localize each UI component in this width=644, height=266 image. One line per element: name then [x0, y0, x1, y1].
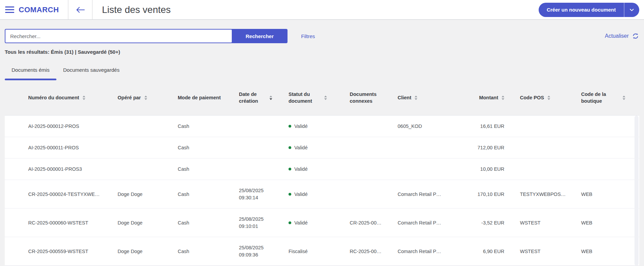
cell-pos-code: TESTYXWEBPOS…: [506, 192, 568, 197]
create-document-dropdown[interactable]: [624, 3, 639, 17]
sort-icon[interactable]: [502, 96, 504, 100]
cell-amount: -3,52 EUR: [462, 220, 506, 226]
cell-client: 0605_KOD: [398, 123, 462, 129]
page-title: Liste des ventes: [102, 4, 171, 15]
cell-pos-code: WSTEST: [506, 220, 568, 226]
table-row[interactable]: RC-2025-000060-WSTEST Doge Doge Cash 25/…: [5, 209, 639, 237]
table-row[interactable]: AI-2025-000011-PROS Cash Validé 712,00 E…: [5, 137, 639, 159]
column-header-status[interactable]: Statut du document: [289, 91, 350, 104]
sort-icon[interactable]: [269, 96, 272, 100]
cell-shop-code: WEB: [568, 249, 639, 254]
cell-client: Comarch Retail P…: [398, 220, 462, 226]
cell-amount: 6,90 EUR: [462, 249, 506, 254]
cell-document-status: Validé: [289, 145, 350, 150]
cell-creation-date: 25/08/202509:09:36: [239, 244, 289, 259]
cell-payment-mode: Cash: [178, 220, 239, 226]
filters-link[interactable]: Filtres: [301, 33, 315, 39]
status-label: Validé: [294, 192, 308, 197]
status-dot: [289, 193, 291, 196]
arrow-left-icon: [75, 5, 86, 14]
cell-document-status: Fiscalisé: [289, 249, 350, 254]
column-header-client[interactable]: Client: [398, 95, 462, 101]
refresh-link[interactable]: Actualiser: [605, 32, 639, 40]
cell-payment-mode: Cash: [178, 249, 239, 254]
status-label: Validé: [294, 123, 308, 129]
cell-creation-date: 25/08/202509:30:14: [239, 187, 289, 201]
cell-shop-code: WEB: [568, 192, 639, 197]
column-header-amount[interactable]: Montant: [462, 95, 506, 101]
column-header-shop[interactable]: Code de la boutique: [568, 91, 639, 104]
cell-payment-mode: Cash: [178, 166, 239, 172]
table-row[interactable]: AI-2025-000001-PROS3 Cash Validé 10,00 E…: [5, 159, 639, 180]
sort-icon[interactable]: [83, 96, 85, 100]
table-row[interactable]: AI-2025-000012-PROS Cash Validé 0605_KOD…: [5, 116, 639, 137]
tab-label: Documents sauvegardés: [63, 67, 120, 73]
cell-document-number: CR-2025-000559-WSTEST: [28, 249, 118, 254]
column-label: Code POS: [520, 95, 544, 101]
column-header-related: Documents connexes: [350, 91, 398, 104]
cell-related-documents: RC-2025-00…: [350, 249, 398, 254]
cell-document-status: Validé: [289, 123, 350, 129]
column-header-date[interactable]: Date de création: [239, 91, 289, 104]
cell-document-number: RC-2025-000060-WSTEST: [28, 220, 118, 226]
column-label: Statut du document: [289, 91, 321, 104]
cell-amount: 712,00 EUR: [462, 145, 506, 150]
search-input[interactable]: [5, 29, 232, 43]
status-dot: [289, 221, 291, 224]
status-label: Validé: [294, 166, 308, 172]
status-dot: [289, 168, 291, 170]
refresh-label: Actualiser: [605, 33, 629, 39]
table-scrollbar[interactable]: [634, 116, 639, 266]
table-row[interactable]: CR-2025-000024-TESTYXWE… Doge Doge Cash …: [5, 180, 639, 209]
create-document-button[interactable]: Créer un nouveau document: [539, 3, 624, 17]
refresh-icon: [632, 32, 639, 40]
table-row[interactable]: CR-2025-000559-WSTEST Doge Doge Cash 25/…: [5, 237, 639, 266]
sort-icon[interactable]: [324, 96, 327, 100]
cell-payment-mode: Cash: [178, 192, 239, 197]
sort-icon[interactable]: [547, 96, 550, 100]
column-header-operator[interactable]: Opéré par: [118, 95, 178, 101]
cell-payment-mode: Cash: [178, 123, 239, 129]
column-label: Client: [398, 95, 411, 101]
hamburger-menu-icon[interactable]: [5, 6, 14, 13]
cell-related-documents: CR-2025-00…: [350, 220, 398, 226]
column-header-payment: Mode de paiement: [178, 95, 239, 101]
cell-operator: Doge Doge: [118, 220, 178, 226]
tab-label: Documents émis: [12, 67, 50, 73]
sort-icon[interactable]: [415, 96, 417, 100]
table-header: Numéro du documentOpéré parMode de paiem…: [5, 80, 639, 115]
cell-document-status: Validé: [289, 166, 350, 172]
sales-table: Numéro du documentOpéré parMode de paiem…: [5, 80, 639, 266]
sort-icon[interactable]: [144, 96, 147, 100]
table-body: AI-2025-000012-PROS Cash Validé 0605_KOD…: [5, 115, 639, 266]
cell-document-number: AI-2025-000012-PROS: [28, 123, 118, 129]
cell-amount: 10,00 EUR: [462, 166, 506, 172]
cell-shop-code: WEB: [568, 220, 639, 226]
column-header-number[interactable]: Numéro du document: [28, 95, 118, 101]
status-label: Fiscalisé: [289, 249, 308, 254]
create-document-button-group: Créer un nouveau document: [539, 3, 639, 17]
cell-pos-code: WSTEST: [506, 249, 568, 254]
cell-document-number: AI-2025-000011-PROS: [28, 145, 118, 150]
column-label: Numéro du document: [28, 95, 79, 101]
tab-documents-sauvegardes[interactable]: Documents sauvegardés: [56, 65, 126, 80]
back-button[interactable]: [68, 0, 92, 19]
top-bar: COMARCH Liste des ventes Créer un nouvea…: [0, 0, 644, 20]
column-label: Code de la boutique: [581, 91, 615, 104]
sort-icon[interactable]: [623, 96, 625, 100]
active-tab-underline: [5, 79, 56, 80]
cell-amount: 16,61 EUR: [462, 123, 506, 129]
cell-amount: 170,10 EUR: [462, 192, 506, 197]
search-toolbar: Rechercher Filtres Actualiser: [5, 29, 639, 43]
chevron-down-icon: [629, 7, 634, 13]
cell-client: Comarch Retail P…: [398, 249, 462, 254]
results-summary: Tous les résultats: Émis (31) | Sauvegar…: [5, 49, 639, 55]
search-button[interactable]: Rechercher: [232, 29, 288, 43]
cell-creation-date: 25/08/202509:10:01: [239, 216, 289, 230]
column-header-pos[interactable]: Code POS: [506, 95, 568, 101]
cell-document-status: Validé: [289, 220, 350, 226]
cell-client: Comarch Retail P…: [398, 192, 462, 197]
cell-payment-mode: Cash: [178, 145, 239, 150]
cell-document-number: AI-2025-000001-PROS3: [28, 166, 118, 172]
tab-documents-emis[interactable]: Documents émis: [5, 65, 56, 80]
